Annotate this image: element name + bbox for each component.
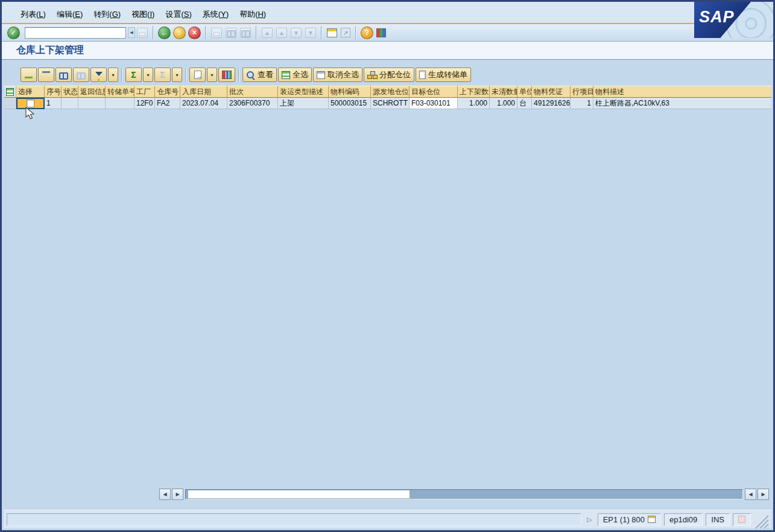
column-header-8[interactable]: 批次: [227, 86, 278, 98]
menu-item-Y[interactable]: 系统(Y): [197, 7, 234, 22]
column-header-6[interactable]: 仓库号: [155, 86, 180, 98]
menu-item-G[interactable]: 转到(G): [88, 7, 126, 22]
column-header-15[interactable]: 单位: [517, 86, 532, 98]
insert-mode-panel[interactable]: INS: [706, 513, 730, 526]
filter-menu-icon[interactable]: ▾: [108, 68, 118, 82]
cell-15[interactable]: 台: [517, 98, 532, 109]
column-header-1[interactable]: 序号: [45, 86, 62, 98]
menu-item-L[interactable]: 列表(L): [15, 7, 51, 22]
row-selector-cell[interactable]: [4, 98, 16, 109]
menu-item-label: 编辑: [57, 10, 72, 19]
table-icon: [6, 88, 14, 96]
server-list-icon[interactable]: [648, 516, 656, 523]
scrollbar-thumb[interactable]: [188, 490, 410, 499]
next-page-icon: ▼: [291, 28, 302, 38]
select-all-rows-icon[interactable]: [4, 86, 16, 98]
column-header-11[interactable]: 源发地仓位: [371, 86, 410, 98]
cell-16[interactable]: 4912916265: [532, 98, 571, 109]
column-header-17[interactable]: 行项目: [571, 86, 593, 98]
cell-7[interactable]: 2023.07.04: [180, 98, 227, 109]
column-header-18[interactable]: 物料描述: [593, 86, 771, 98]
row-select-checkbox[interactable]: [27, 100, 34, 107]
scroll-right-end-icon[interactable]: ▶: [758, 489, 769, 500]
command-field[interactable]: [25, 27, 126, 39]
cell-3[interactable]: [78, 98, 106, 109]
assign-bin-button[interactable]: 分配仓位: [364, 68, 414, 82]
message-expand-icon[interactable]: ▷: [584, 516, 594, 524]
system-info-panel[interactable]: EP1 (1) 800: [598, 513, 661, 526]
insert-mode-text: INS: [711, 515, 724, 524]
column-header-3[interactable]: 返回信息: [78, 86, 106, 98]
command-history-icon[interactable]: ◀: [128, 27, 135, 38]
cell-11[interactable]: SCHROTT: [371, 98, 410, 109]
cell-2[interactable]: [62, 98, 78, 109]
sap-logo: SAP: [694, 2, 773, 38]
menu-item-E[interactable]: 编辑(E): [51, 7, 88, 22]
export-menu-icon[interactable]: ▾: [207, 68, 217, 82]
menu-item-S[interactable]: 设置(S): [160, 7, 197, 22]
create-shortcut-icon[interactable]: ↗: [341, 28, 350, 37]
menu-item-H[interactable]: 帮助(H): [234, 7, 271, 22]
menu-item-I[interactable]: 视图(I): [126, 7, 160, 22]
column-header-0[interactable]: 选择: [16, 86, 45, 98]
cell-17[interactable]: 1: [571, 98, 593, 109]
menu-item-label: 帮助: [239, 10, 255, 19]
scroll-left-end-icon[interactable]: ◀: [745, 489, 756, 500]
previous-page-icon: ▲: [276, 28, 287, 38]
column-header-10[interactable]: 物料编码: [329, 86, 371, 98]
new-session-icon[interactable]: [327, 28, 337, 37]
sum-icon[interactable]: Σ: [125, 68, 142, 82]
view-button[interactable]: 查看: [242, 68, 277, 82]
cell-6[interactable]: FA2: [155, 98, 180, 109]
column-header-12[interactable]: 目标仓位: [410, 86, 458, 98]
deselect-all-button[interactable]: 取消全选: [313, 68, 362, 82]
select-all-button[interactable]: 全选: [278, 68, 312, 82]
button-label: 取消全选: [327, 69, 359, 80]
toolbar-separator: [355, 26, 356, 39]
column-header-13[interactable]: 上下架数量: [458, 86, 490, 98]
table-control: 选择序号状态返回信息转储单号工厂仓库号入库日期批次装运类型描述物料编码源发地仓位…: [4, 86, 771, 109]
subtotal-menu-icon[interactable]: ▾: [172, 68, 182, 82]
layout-icon[interactable]: [218, 68, 235, 82]
column-header-9[interactable]: 装运类型描述: [278, 86, 329, 98]
create-transfer-order-button[interactable]: 生成转储单: [416, 68, 471, 82]
subtotal-icon[interactable]: Σ: [154, 68, 171, 82]
scrollbar-track[interactable]: [185, 489, 743, 499]
cell-1[interactable]: 1: [45, 98, 62, 109]
enter-icon[interactable]: ✓: [7, 27, 20, 39]
button-label: 全选: [293, 69, 308, 80]
back-icon[interactable]: ←: [158, 27, 171, 39]
cell-10[interactable]: 500003015: [329, 98, 371, 109]
column-header-14[interactable]: 未清数量: [490, 86, 517, 98]
row-select-checkbox-cell[interactable]: [16, 98, 45, 109]
scroll-left-icon[interactable]: ◀: [159, 489, 171, 500]
cell-8[interactable]: 2306F00370: [227, 98, 278, 109]
find-icon[interactable]: [55, 68, 72, 82]
cell-5[interactable]: 12F0: [134, 98, 155, 109]
cancel-icon[interactable]: ×: [188, 27, 201, 39]
first-page-icon: ▲: [262, 28, 273, 38]
column-header-4[interactable]: 转储单号: [106, 86, 134, 98]
sort-descending-icon[interactable]: [38, 68, 54, 82]
cell-13[interactable]: 1.000: [458, 98, 490, 109]
cell-18[interactable]: 柱上断路器,AC10kV,63: [593, 98, 771, 109]
column-header-5[interactable]: 工厂: [134, 86, 155, 98]
export-icon[interactable]: [189, 68, 206, 82]
help-icon[interactable]: ?: [361, 27, 373, 39]
cell-9[interactable]: 上架: [278, 98, 329, 109]
exit-icon[interactable]: ↑: [173, 27, 186, 39]
column-header-7[interactable]: 入库日期: [180, 86, 227, 98]
customize-layout-icon[interactable]: [376, 28, 386, 37]
cell-4[interactable]: [106, 98, 134, 109]
print-list-icon[interactable]: [21, 68, 37, 82]
column-header-2[interactable]: 状态: [62, 86, 78, 98]
page-title: 仓库上下架管理: [16, 44, 84, 57]
filter-icon[interactable]: [90, 68, 107, 82]
column-header-16[interactable]: 物料凭证: [532, 86, 571, 98]
cell-14[interactable]: 1.000: [490, 98, 517, 109]
sum-menu-icon[interactable]: ▾: [143, 68, 153, 82]
scroll-right-icon[interactable]: ▶: [172, 489, 183, 500]
cell-12[interactable]: F03-030101: [410, 98, 458, 109]
resize-grip-icon[interactable]: [754, 514, 768, 528]
find-next-icon[interactable]: [73, 68, 89, 82]
